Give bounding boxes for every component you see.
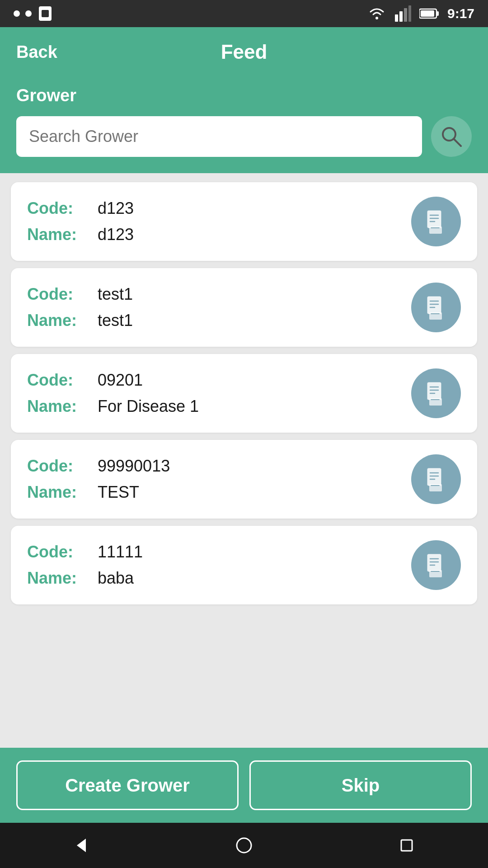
svg-point-48: [237, 838, 251, 853]
page-title: Feed: [221, 41, 267, 63]
document-icon-button[interactable]: [411, 368, 461, 418]
back-nav-icon[interactable]: [72, 836, 90, 854]
sim-icon: [37, 5, 53, 22]
code-label: Code:: [27, 199, 90, 218]
name-value: TEST: [98, 483, 139, 502]
top-nav: Back Feed: [0, 27, 488, 77]
grower-list: Code: d123 Name: d123: [0, 173, 488, 748]
name-row: Name: For Disease 1: [27, 397, 199, 416]
code-value: test1: [98, 285, 133, 304]
dot-icon-2: [25, 10, 32, 17]
svg-rect-40: [427, 554, 441, 571]
document-icon-button[interactable]: [411, 454, 461, 504]
section-label: Grower: [16, 86, 472, 105]
battery-icon: [419, 7, 439, 20]
search-input[interactable]: [16, 116, 422, 157]
dot-icon: [14, 10, 20, 17]
document-icon: [423, 380, 449, 406]
code-label: Code:: [27, 371, 90, 390]
document-icon: [423, 208, 449, 235]
code-row: Code: d123: [27, 199, 134, 218]
back-button[interactable]: Back: [16, 42, 57, 62]
grower-card[interactable]: Code: test1 Name: test1: [11, 268, 477, 347]
grower-info: Code: 99990013 Name: TEST: [27, 457, 170, 502]
code-value: d123: [98, 199, 134, 218]
name-label: Name:: [27, 311, 90, 330]
svg-rect-5: [404, 8, 407, 22]
search-icon: [440, 125, 463, 148]
document-icon-button[interactable]: [411, 197, 461, 246]
name-row: Name: test1: [27, 311, 133, 330]
code-label: Code:: [27, 457, 90, 476]
name-row: Name: baba: [27, 569, 143, 588]
svg-point-2: [375, 17, 378, 19]
grower-card[interactable]: Code: 99990013 Name: TEST: [11, 440, 477, 519]
svg-rect-33: [427, 468, 441, 486]
document-icon: [423, 466, 449, 492]
code-label: Code:: [27, 542, 90, 561]
svg-rect-6: [408, 5, 411, 22]
signal-icon: [395, 5, 411, 22]
home-nav-icon[interactable]: [235, 836, 253, 854]
grower-info: Code: 09201 Name: For Disease 1: [27, 371, 199, 416]
create-grower-button[interactable]: Create Grower: [16, 760, 239, 810]
document-icon: [423, 294, 449, 321]
name-value: baba: [98, 569, 134, 588]
svg-rect-1: [42, 10, 49, 17]
svg-rect-9: [421, 10, 434, 17]
status-left: [14, 5, 53, 22]
svg-rect-3: [395, 14, 398, 22]
code-value: 09201: [98, 371, 143, 390]
svg-rect-8: [436, 11, 439, 16]
status-bar: 9:17: [0, 0, 488, 27]
skip-button[interactable]: Skip: [249, 760, 472, 810]
name-label: Name:: [27, 483, 90, 502]
document-icon-button[interactable]: [411, 540, 461, 590]
grower-card[interactable]: Code: d123 Name: d123: [11, 182, 477, 261]
search-area: Grower: [0, 77, 488, 173]
search-row: [16, 116, 472, 157]
svg-rect-4: [399, 11, 403, 22]
wifi-icon: [367, 5, 387, 22]
time-display: 9:17: [447, 6, 474, 21]
svg-marker-47: [77, 839, 86, 852]
grower-info: Code: test1 Name: test1: [27, 285, 133, 330]
name-label: Name:: [27, 225, 90, 244]
code-row: Code: test1: [27, 285, 133, 304]
svg-rect-49: [401, 840, 412, 851]
bottom-navigation: [0, 823, 488, 868]
code-row: Code: 11111: [27, 542, 143, 561]
recents-nav-icon[interactable]: [398, 836, 416, 854]
bottom-bar: Create Grower Skip: [0, 748, 488, 823]
code-value: 99990013: [98, 457, 170, 476]
svg-rect-19: [427, 297, 441, 314]
document-icon: [423, 552, 449, 578]
code-label: Code:: [27, 285, 90, 304]
code-row: Code: 09201: [27, 371, 199, 390]
grower-info: Code: 11111 Name: baba: [27, 542, 143, 588]
svg-line-11: [454, 139, 461, 146]
name-row: Name: TEST: [27, 483, 170, 502]
name-value: d123: [98, 225, 134, 244]
name-label: Name:: [27, 397, 90, 416]
search-button[interactable]: [431, 116, 472, 157]
status-right: 9:17: [367, 5, 474, 22]
grower-card[interactable]: Code: 09201 Name: For Disease 1: [11, 354, 477, 433]
name-value: test1: [98, 311, 133, 330]
svg-rect-26: [427, 382, 441, 400]
grower-info: Code: d123 Name: d123: [27, 199, 134, 244]
grower-card[interactable]: Code: 11111 Name: baba: [11, 526, 477, 604]
code-value: 11111: [98, 542, 143, 561]
name-value: For Disease 1: [98, 397, 199, 416]
svg-rect-12: [427, 211, 441, 228]
document-icon-button[interactable]: [411, 283, 461, 332]
code-row: Code: 99990013: [27, 457, 170, 476]
name-row: Name: d123: [27, 225, 134, 244]
name-label: Name:: [27, 569, 90, 588]
